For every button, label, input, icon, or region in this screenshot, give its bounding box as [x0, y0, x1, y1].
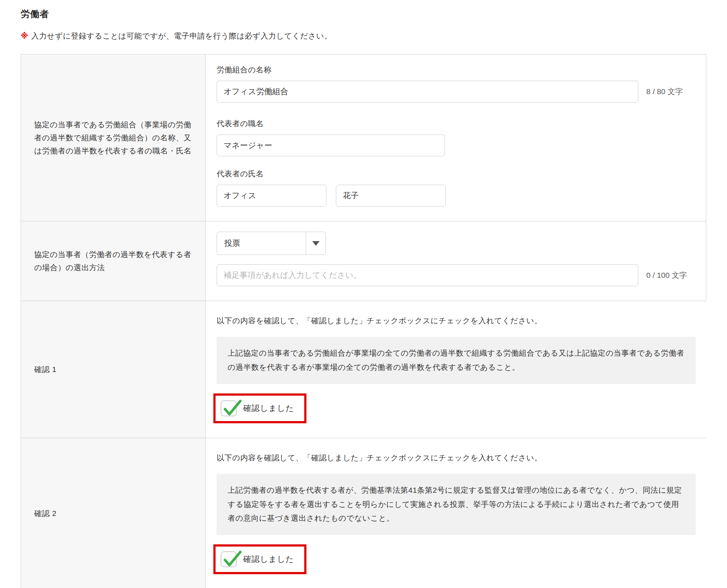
selection-method-dropdown[interactable]: 投票 — [217, 232, 326, 255]
rep-title-label: 代表者の職名 — [217, 119, 695, 129]
page-title: 労働者 — [21, 8, 706, 20]
confirm1-statement: 上記協定の当事者である労働組合が事業場の全ての労働者の過半数で組織する労働組合で… — [217, 337, 696, 384]
rep-last-name-input[interactable] — [217, 185, 326, 207]
confirm2-checkbox-highlight: 確認しました — [213, 544, 306, 574]
confirm1-row: 確認 1 以下の内容を確認して、「確認しました」チェックボックスにチェックを入れ… — [21, 301, 706, 438]
selection-method-row-content: 投票 0 / 100 文字 — [206, 221, 706, 301]
dropdown-arrow-segment[interactable] — [306, 232, 325, 255]
checkmark-icon — [222, 399, 242, 418]
selection-method-row: 協定の当事者（労働者の過半数を代表する者の場合）の選出方法 投票 0 / 100… — [21, 221, 706, 301]
confirm1-checkbox-highlight: 確認しました — [213, 393, 306, 423]
confirm2-row-label: 確認 2 — [21, 438, 206, 588]
worker-section-page: 労働者 ※入力せずに登録することは可能ですが、電子申請を行う際は必ず入力してくだ… — [0, 0, 727, 588]
confirm2-checkbox[interactable] — [221, 551, 237, 567]
confirm2-checkbox-label: 確認しました — [243, 554, 294, 565]
confirm1-instruction: 以下の内容を確認して、「確認しました」チェックボックスにチェックを入れてください… — [217, 316, 696, 326]
union-name-char-counter: 8 / 80 文字 — [646, 87, 683, 97]
asterisk-icon: ※ — [21, 32, 28, 40]
required-note: ※入力せずに登録することは可能ですが、電子申請を行う際は必ず入力してください。 — [21, 31, 706, 41]
confirm2-row: 確認 2 以下の内容を確認して、「確認しました」チェックボックスにチェックを入れ… — [21, 438, 706, 588]
union-name-input[interactable] — [217, 81, 638, 103]
confirm1-row-content: 以下の内容を確認して、「確認しました」チェックボックスにチェックを入れてください… — [206, 301, 707, 438]
confirm2-instruction: 以下の内容を確認して、「確認しました」チェックボックスにチェックを入れてください… — [217, 453, 696, 463]
selection-method-row-label: 協定の当事者（労働者の過半数を代表する者の場合）の選出方法 — [21, 221, 206, 301]
confirm1-checkbox-label: 確認しました — [243, 403, 294, 414]
chevron-down-icon — [312, 241, 320, 246]
rep-title-input[interactable] — [217, 135, 445, 156]
union-name-row-label: 協定の当事者である労働組合（事業場の労働者の過半数で組織する労働組合）の名称、又… — [21, 55, 206, 221]
checkmark-icon — [222, 550, 242, 569]
confirm1-checkbox[interactable] — [221, 400, 237, 416]
worker-form-table: 協定の当事者である労働組合（事業場の労働者の過半数で組織する労働組合）の名称、又… — [21, 54, 706, 588]
confirm2-statement: 上記労働者の過半数を代表する者が、労働基準法第41条第2号に規定する監督又は管理… — [217, 474, 696, 535]
rep-name-label: 代表者の氏名 — [217, 169, 695, 179]
union-name-row: 協定の当事者である労働組合（事業場の労働者の過半数で組織する労働組合）の名称、又… — [21, 55, 706, 221]
union-name-row-content: 労働組合の名称 8 / 80 文字 代表者の職名 代表者の氏名 — [206, 55, 706, 221]
confirm2-row-content: 以下の内容を確認して、「確認しました」チェックボックスにチェックを入れてください… — [206, 438, 707, 588]
confirm1-row-label: 確認 1 — [21, 301, 206, 438]
rep-first-name-input[interactable] — [336, 185, 446, 207]
selection-method-selected-value: 投票 — [217, 232, 306, 255]
required-note-text: 入力せずに登録することは可能ですが、電子申請を行う際は必ず入力してください。 — [31, 32, 332, 40]
selection-method-note-input[interactable] — [217, 264, 638, 286]
union-name-label: 労働組合の名称 — [217, 65, 695, 75]
selection-note-char-counter: 0 / 100 文字 — [646, 270, 687, 280]
